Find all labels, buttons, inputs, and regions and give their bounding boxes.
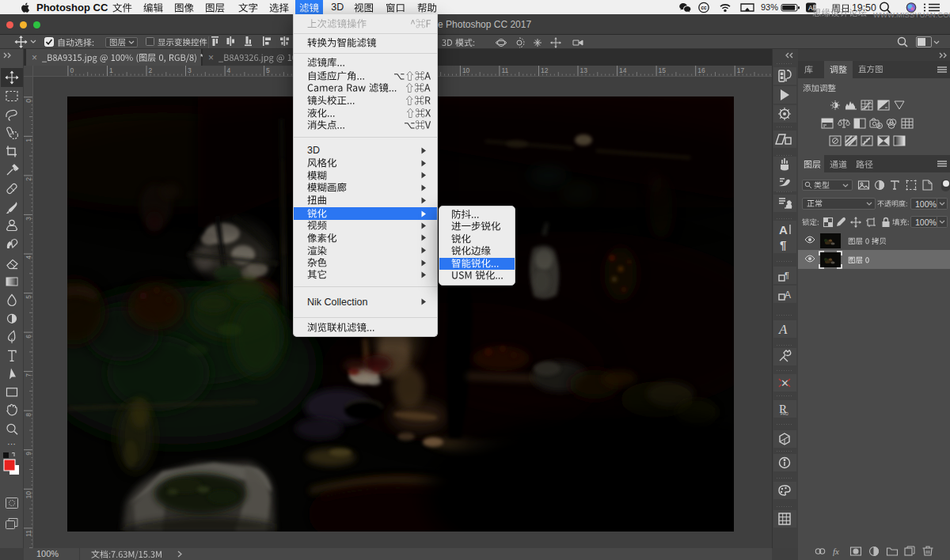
svg-text:16: 16 [697,66,705,74]
svg-text:0: 0 [70,66,74,74]
svg-text:1: 1 [25,138,32,142]
svg-text:10: 10 [462,66,470,74]
svg-text:4: 4 [25,255,32,259]
svg-text:15: 15 [659,66,667,74]
svg-text:0: 0 [25,99,32,103]
svg-text:5: 5 [266,66,270,74]
svg-text:9: 9 [25,452,32,456]
svg-text:93%: 93% [761,2,778,12]
svg-text:5: 5 [25,295,32,299]
svg-text:3: 3 [25,217,32,221]
svg-text:17: 17 [737,66,745,74]
svg-text:cc: cc [701,5,707,10]
svg-text:2: 2 [25,177,32,181]
svg-text:4: 4 [227,66,231,74]
svg-text:10: 10 [25,491,32,499]
svg-text:13: 13 [580,66,588,74]
svg-text:7: 7 [25,373,32,377]
svg-text:11: 11 [25,530,32,537]
svg-text:12: 12 [541,66,549,74]
svg-text:3: 3 [188,66,192,74]
svg-text:6: 6 [25,335,32,339]
svg-text:1: 1 [109,66,113,74]
svg-text:11: 11 [501,66,508,74]
svg-text:2: 2 [149,66,153,74]
svg-text:8: 8 [25,413,32,417]
svg-text:14: 14 [619,66,627,74]
